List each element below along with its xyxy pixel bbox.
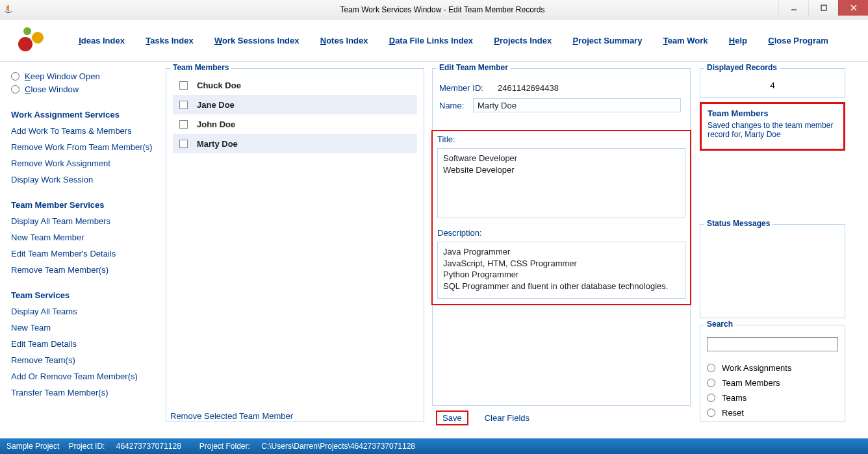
minimize-button[interactable] bbox=[778, 0, 808, 16]
radio-close-window[interactable]: Close Window bbox=[11, 84, 160, 94]
menu-team-work[interactable]: Team Work bbox=[663, 36, 708, 45]
description-label: Description: bbox=[437, 228, 685, 238]
search-input[interactable] bbox=[707, 337, 838, 351]
window-titlebar: Team Work Services Window - Edit Team Me… bbox=[0, 0, 868, 19]
edit-member-panel-label: Edit Team Member bbox=[437, 63, 511, 72]
name-label: Name: bbox=[439, 101, 473, 110]
link-remove-team[interactable]: Remove Team(s) bbox=[11, 355, 160, 365]
menu-ideas[interactable]: Ideas Index bbox=[79, 36, 125, 45]
java-icon bbox=[0, 0, 17, 19]
team-members-msg-title: Team Members bbox=[708, 108, 837, 118]
name-input[interactable] bbox=[473, 98, 681, 112]
description-textarea[interactable]: Java Programmer JavaScript, HTM, CSS Pro… bbox=[443, 246, 680, 292]
left-sidebar: Keep Window Open Close Window Work Assig… bbox=[11, 68, 160, 404]
radio-search-teams[interactable]: Teams bbox=[707, 393, 838, 403]
list-item[interactable]: John Doe bbox=[173, 114, 417, 134]
list-item[interactable]: Jane Doe bbox=[173, 95, 417, 114]
link-new-member[interactable]: New Team Member bbox=[11, 233, 160, 242]
close-button[interactable] bbox=[838, 0, 868, 16]
section-work-assign: Work Assignment Services bbox=[11, 110, 160, 120]
link-edit-member[interactable]: Edit Team Member's Details bbox=[11, 249, 160, 259]
checkbox-icon[interactable] bbox=[179, 140, 188, 148]
link-edit-team[interactable]: Edit Team Details bbox=[11, 339, 160, 349]
displayed-records-panel: Displayed Records 4 bbox=[700, 68, 845, 98]
menu-data-links[interactable]: Data File Links Index bbox=[389, 36, 473, 45]
displayed-records-label: Displayed Records bbox=[704, 63, 780, 72]
maximize-button[interactable] bbox=[808, 0, 838, 16]
window-title: Team Work Services Window - Edit Team Me… bbox=[17, 5, 868, 14]
radio-keep-open[interactable]: Keep Window Open bbox=[11, 71, 160, 81]
link-remove-member[interactable]: Remove Team Member(s) bbox=[11, 265, 160, 275]
statusbar: Sample Project Project ID: 4642737370711… bbox=[0, 438, 868, 454]
list-item[interactable]: Chuck Doe bbox=[173, 75, 417, 95]
radio-search-team-members[interactable]: Team Members bbox=[707, 378, 838, 388]
list-item[interactable]: Marty Doe bbox=[173, 134, 417, 153]
team-members-panel-label: Team Members bbox=[170, 63, 231, 72]
status-messages-label: Status Messages bbox=[704, 219, 772, 228]
checkbox-icon[interactable] bbox=[179, 81, 188, 90]
link-transfer-member[interactable]: Transfer Team Member(s) bbox=[11, 388, 160, 397]
clear-fields-button[interactable]: Clear Fields bbox=[485, 413, 530, 423]
checkbox-icon[interactable] bbox=[179, 120, 188, 129]
section-team-member-svc: Team Member Services bbox=[11, 200, 160, 210]
menu-summary[interactable]: Project Summary bbox=[572, 36, 642, 45]
save-button[interactable]: Save bbox=[436, 410, 468, 425]
team-members-panel: Team Members Chuck Doe Jane Doe John Doe… bbox=[166, 68, 424, 422]
link-all-members[interactable]: Display All Team Members bbox=[11, 216, 160, 226]
status-project-folder: Project Folder: C:\Users\Darren\Projects… bbox=[199, 442, 424, 451]
link-add-remove-member[interactable]: Add Or Remove Team Member(s) bbox=[11, 372, 160, 381]
section-team-svc: Team Services bbox=[11, 290, 160, 300]
svg-rect-1 bbox=[821, 5, 826, 10]
radio-search-reset[interactable]: Reset bbox=[707, 408, 838, 418]
status-project-id: Project ID: 464273737071128 bbox=[68, 442, 190, 451]
link-remove-work-member[interactable]: Remove Work From Team Member(s) bbox=[11, 142, 160, 152]
svg-point-5 bbox=[32, 32, 44, 44]
link-add-work[interactable]: Add Work To Teams & Members bbox=[11, 126, 160, 136]
svg-point-6 bbox=[18, 37, 32, 51]
team-members-msg-body: Saved changes to the team member record … bbox=[708, 121, 837, 139]
link-new-team[interactable]: New Team bbox=[11, 323, 160, 333]
remove-selected-link[interactable]: Remove Selected Team Member bbox=[170, 411, 293, 421]
menubar: Ideas Index Tasks Index Work Sessions In… bbox=[0, 19, 868, 62]
svg-point-4 bbox=[23, 27, 31, 35]
menu-close-program[interactable]: Close Program bbox=[768, 36, 828, 45]
team-members-message-panel: Team Members Saved changes to the team m… bbox=[700, 102, 845, 151]
checkbox-icon[interactable] bbox=[179, 101, 188, 109]
menu-work-sessions[interactable]: Work Sessions Index bbox=[214, 36, 300, 45]
link-display-work-session[interactable]: Display Work Session bbox=[11, 175, 160, 184]
search-panel: Search Work Assignments Team Members Tea… bbox=[700, 325, 845, 422]
title-textarea[interactable]: Software Developer Website Developer bbox=[443, 153, 680, 175]
status-project: Sample Project bbox=[6, 442, 59, 451]
link-remove-work-assign[interactable]: Remove Work Assignment bbox=[11, 158, 160, 168]
member-id-label: Member ID: bbox=[439, 83, 498, 93]
radio-search-work-assign[interactable]: Work Assignments bbox=[707, 363, 838, 373]
search-panel-label: Search bbox=[704, 320, 735, 329]
app-logo bbox=[6, 19, 55, 62]
menu-tasks[interactable]: Tasks Index bbox=[146, 36, 193, 45]
title-label: Title: bbox=[437, 134, 685, 144]
displayed-records-value: 4 bbox=[707, 81, 838, 90]
menu-projects[interactable]: Projects Index bbox=[494, 36, 552, 45]
status-messages-panel: Status Messages bbox=[700, 224, 845, 318]
menu-notes[interactable]: Notes Index bbox=[320, 36, 368, 45]
link-all-teams[interactable]: Display All Teams bbox=[11, 307, 160, 316]
member-id-value: 2461142694438 bbox=[498, 83, 559, 93]
menu-help[interactable]: Help bbox=[729, 36, 747, 45]
